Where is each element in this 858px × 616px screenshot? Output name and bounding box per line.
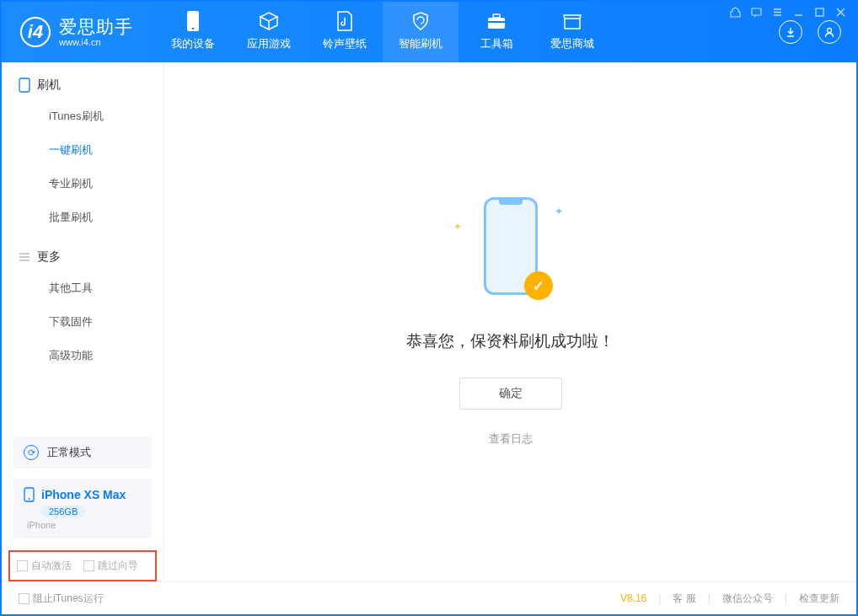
sidebar-section-flash: 刷机 bbox=[19, 78, 164, 93]
sidebar: 刷机 iTunes刷机 一键刷机 专业刷机 批量刷机 更多 其他工具 下载固件 … bbox=[2, 62, 164, 581]
svg-rect-3 bbox=[493, 14, 500, 18]
svg-point-5 bbox=[828, 29, 832, 33]
menu-icon[interactable] bbox=[772, 7, 783, 20]
ok-button[interactable]: 确定 bbox=[459, 378, 562, 410]
user-button[interactable] bbox=[818, 20, 841, 44]
logo-icon: i4 bbox=[20, 17, 51, 47]
list-icon bbox=[19, 251, 30, 263]
svg-rect-7 bbox=[816, 8, 823, 16]
shield-refresh-icon bbox=[410, 13, 431, 33]
nav-smart-flash[interactable]: 智能刷机 bbox=[383, 2, 458, 62]
version-label: V8.16 bbox=[620, 592, 646, 604]
phone-icon bbox=[183, 13, 203, 33]
success-message: 恭喜您，保资料刷机成功啦！ bbox=[406, 330, 614, 352]
sidebar-item-one-click-flash[interactable]: 一键刷机 bbox=[19, 133, 164, 167]
check-badge-icon: ✓ bbox=[524, 271, 553, 300]
sidebar-item-pro-flash[interactable]: 专业刷机 bbox=[19, 167, 164, 201]
nav-my-device[interactable]: 我的设备 bbox=[155, 2, 231, 62]
highlighted-options-row: 自动激活 跳过向导 bbox=[8, 550, 157, 581]
svg-point-10 bbox=[29, 498, 30, 500]
device-mode-label: 正常模式 bbox=[47, 445, 91, 460]
feedback-icon[interactable] bbox=[751, 7, 762, 20]
device-phone-icon bbox=[24, 487, 35, 502]
view-log-link[interactable]: 查看日志 bbox=[489, 431, 533, 447]
window-controls bbox=[730, 7, 846, 20]
download-button[interactable] bbox=[779, 20, 802, 44]
maximize-icon[interactable] bbox=[814, 7, 825, 20]
nav-toolbox[interactable]: 工具箱 bbox=[458, 2, 534, 62]
footer-link-wechat[interactable]: 微信公众号 bbox=[722, 592, 773, 606]
auto-activate-checkbox[interactable]: 自动激活 bbox=[17, 559, 72, 573]
sidebar-item-batch-flash[interactable]: 批量刷机 bbox=[19, 201, 164, 234]
sparkle-icon: ✦ bbox=[555, 206, 563, 217]
sidebar-item-itunes-flash[interactable]: iTunes刷机 bbox=[19, 99, 164, 133]
toolbox-icon bbox=[486, 13, 507, 33]
svg-rect-2 bbox=[488, 18, 505, 29]
device-mode-box[interactable]: ⟳ 正常模式 bbox=[13, 437, 152, 469]
nav-apps-games[interactable]: 应用游戏 bbox=[231, 2, 307, 62]
main-content: ✦ ✦ ✓ 恭喜您，保资料刷机成功啦！ 确定 查看日志 bbox=[164, 62, 856, 581]
success-illustration: ✦ ✦ ✓ bbox=[469, 197, 553, 307]
svg-point-1 bbox=[192, 28, 194, 29]
app-logo[interactable]: i4 爱思助手 www.i4.cn bbox=[20, 17, 133, 47]
mode-icon: ⟳ bbox=[24, 445, 39, 460]
device-capacity-badge: 256GB bbox=[40, 506, 86, 517]
sparkle-icon: ✦ bbox=[453, 221, 462, 233]
store-icon bbox=[562, 13, 582, 33]
skip-guide-checkbox[interactable]: 跳过向导 bbox=[83, 559, 138, 573]
theme-icon[interactable] bbox=[730, 7, 741, 20]
footer-link-update[interactable]: 检查更新 bbox=[799, 592, 839, 606]
svg-rect-8 bbox=[19, 78, 29, 92]
sidebar-item-advanced[interactable]: 高级功能 bbox=[19, 339, 164, 372]
device-info-box[interactable]: iPhone XS Max 256GB iPhone bbox=[13, 479, 152, 538]
app-title: 爱思助手 bbox=[59, 17, 133, 36]
sidebar-item-download-firmware[interactable]: 下载固件 bbox=[19, 305, 164, 339]
header: i4 爱思助手 www.i4.cn 我的设备 应用游戏 铃声壁纸 智能刷机 工具… bbox=[2, 2, 856, 62]
svg-rect-6 bbox=[752, 8, 761, 15]
device-type-label: iPhone bbox=[27, 520, 142, 530]
music-file-icon bbox=[335, 13, 355, 33]
close-icon[interactable] bbox=[835, 7, 846, 20]
device-name-label: iPhone XS Max bbox=[41, 488, 126, 501]
cube-icon bbox=[259, 13, 279, 33]
svg-rect-4 bbox=[488, 21, 505, 23]
minimize-icon[interactable] bbox=[793, 7, 804, 20]
block-itunes-checkbox[interactable]: 阻止iTunes运行 bbox=[19, 592, 104, 606]
nav-store[interactable]: 爱思商城 bbox=[534, 2, 610, 62]
main-nav: 我的设备 应用游戏 铃声壁纸 智能刷机 工具箱 爱思商城 bbox=[155, 2, 610, 62]
sidebar-section-more: 更多 bbox=[19, 249, 164, 265]
footer-link-support[interactable]: 客 服 bbox=[673, 592, 695, 606]
app-subtitle: www.i4.cn bbox=[59, 37, 133, 47]
footer: 阻止iTunes运行 V8.16 | 客 服 | 微信公众号 | 检查更新 bbox=[2, 581, 856, 614]
sidebar-item-other-tools[interactable]: 其他工具 bbox=[19, 271, 164, 305]
phone-outline-icon bbox=[19, 78, 30, 93]
nav-ringtones-wallpapers[interactable]: 铃声壁纸 bbox=[307, 2, 383, 62]
